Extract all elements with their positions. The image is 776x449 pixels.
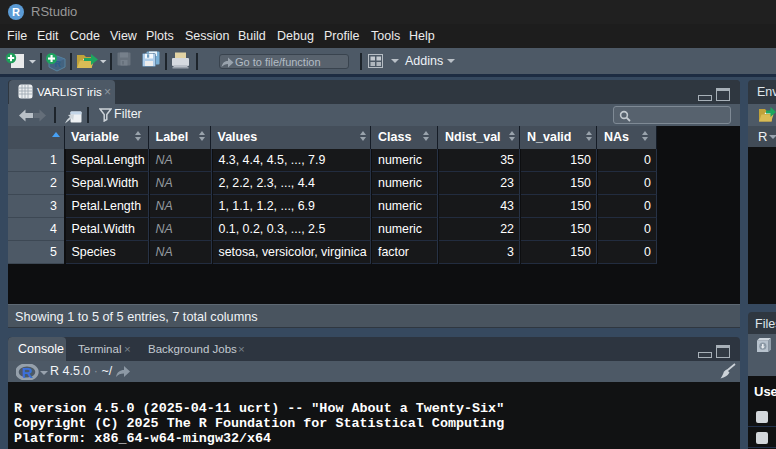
svg-text:R: R (22, 364, 33, 380)
